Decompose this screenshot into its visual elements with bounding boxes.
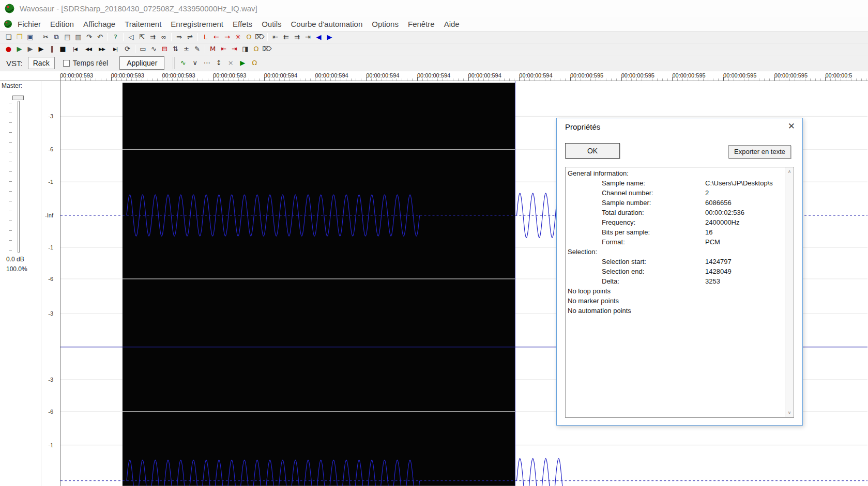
curve-vscale-icon[interactable]: ↕ xyxy=(215,58,223,68)
rewind-icon[interactable]: ◀◀ xyxy=(82,44,95,54)
curve-lock-icon[interactable]: Ω xyxy=(250,58,258,68)
new-file-icon[interactable]: ❏ xyxy=(3,32,14,42)
apply-button[interactable]: Appliquer xyxy=(119,56,164,70)
menu-item-enregistrement[interactable]: Enregistrement xyxy=(166,20,228,28)
lock-edit-icon[interactable]: Ω xyxy=(251,44,262,54)
scroll-down-icon[interactable]: ∨ xyxy=(785,409,794,417)
app-logo-icon xyxy=(4,3,15,14)
stop-icon[interactable]: ■ xyxy=(57,44,68,54)
zoom-start-icon[interactable]: ⇤ xyxy=(270,32,281,42)
menu-item-options[interactable]: Options xyxy=(367,20,403,28)
property-row: Format:PCM xyxy=(566,238,794,248)
play-icon[interactable]: ▶ xyxy=(36,44,47,54)
pause-icon[interactable]: ∥ xyxy=(47,44,57,54)
resample-icon[interactable]: ⇉ xyxy=(147,32,158,42)
go-start-icon[interactable]: |◀ xyxy=(68,44,82,54)
curve-points-icon[interactable]: ⋯ xyxy=(203,58,211,68)
realtime-checkbox[interactable] xyxy=(63,60,70,67)
master-volume-slider-track[interactable] xyxy=(18,101,20,253)
property-label: Total duration: xyxy=(602,209,644,216)
property-label: Channel number: xyxy=(602,189,653,197)
insert-silence-icon[interactable]: ▭ xyxy=(138,44,148,54)
speaker-icon[interactable]: ◁ xyxy=(126,32,136,42)
go-end-icon[interactable]: ▶| xyxy=(109,44,122,54)
copy-icon[interactable]: ⧉ xyxy=(51,32,62,42)
pencil-icon[interactable]: ✎ xyxy=(192,44,203,54)
menu-item-outils[interactable]: Outils xyxy=(257,20,286,28)
save-file-icon[interactable]: ▣ xyxy=(25,32,36,42)
trash-edit-icon[interactable]: ⌦ xyxy=(262,44,272,54)
zoom-in-icon[interactable]: ⇉ xyxy=(292,32,302,42)
properties-list[interactable]: ∧ ∨ General information:Sample name:C:\U… xyxy=(565,167,794,418)
menu-item-aide[interactable]: Aide xyxy=(439,20,464,28)
lock-markers-icon[interactable]: Ω xyxy=(243,32,254,42)
curve-delete-icon[interactable]: × xyxy=(226,58,235,68)
loop-icon[interactable]: ⟳ xyxy=(122,44,133,54)
envelope-icon[interactable]: ∿ xyxy=(148,44,159,54)
paste-icon[interactable]: ▤ xyxy=(62,32,73,42)
master-volume-slider-handle[interactable] xyxy=(12,96,24,100)
normalize-icon[interactable]: ± xyxy=(181,44,192,54)
vst-bar: VST: Rack Temps réel Appliquer ∿∨⋯↕×▶Ω xyxy=(0,55,868,71)
curve-dropdown-icon[interactable]: ∨ xyxy=(191,58,199,68)
prev-view-icon[interactable]: ◀ xyxy=(313,32,324,42)
play-cursor-icon[interactable]: ▶ xyxy=(25,44,36,54)
master-panel: Master: 0.0 dB 100.0% xyxy=(0,81,41,486)
next-view-icon[interactable]: ▶ xyxy=(324,32,335,42)
close-icon[interactable]: ✕ xyxy=(788,121,795,131)
menu-item-effets[interactable]: Effets xyxy=(228,20,257,28)
menu-item-fichier[interactable]: Fichier xyxy=(13,20,45,28)
toolbar-separator xyxy=(171,33,172,41)
title-bar: Wavosaur - [SDRSharp_20180430_072508Z_43… xyxy=(0,0,868,17)
link-channels-icon[interactable]: ∞ xyxy=(158,32,169,42)
property-row: No automation points xyxy=(566,307,794,317)
channel-select-icon[interactable]: ◨ xyxy=(240,44,251,54)
mix-paste-icon[interactable]: ⇛ xyxy=(174,32,185,42)
help-icon[interactable]: ? xyxy=(110,32,121,42)
marker-left-icon[interactable]: ← xyxy=(211,32,222,42)
curve-apply-icon[interactable]: ▶ xyxy=(238,58,247,68)
marker-m-icon[interactable]: M xyxy=(207,44,218,54)
cut-icon[interactable]: ✂ xyxy=(40,32,51,42)
export-text-button[interactable]: Exporter en texte xyxy=(728,145,791,159)
trash-markers-icon[interactable]: ⌦ xyxy=(254,32,265,42)
zoom-end-icon[interactable]: ⇥ xyxy=(302,32,313,42)
delete-all-markers-icon[interactable]: ✳ xyxy=(233,32,243,42)
open-file-icon[interactable]: ❐ xyxy=(14,32,25,42)
amplitude-label: -3 xyxy=(48,377,53,383)
paste-special-icon[interactable]: ▥ xyxy=(73,32,84,42)
menu-item-fen-tre[interactable]: Fenêtre xyxy=(403,20,439,28)
spectrum-icon[interactable]: ⇅ xyxy=(170,44,181,54)
shift-left-icon[interactable]: ⇤ xyxy=(218,44,229,54)
property-row: Delta:3253 xyxy=(566,277,794,287)
automation-curve-icon[interactable]: ∿ xyxy=(179,58,187,68)
property-value: 6086656 xyxy=(705,199,732,207)
toolbar-separator xyxy=(267,33,268,41)
shift-right-icon[interactable]: ⇥ xyxy=(229,44,240,54)
delete-silence-icon[interactable]: ⊟ xyxy=(159,44,170,54)
menu-item-courbe-d-automation[interactable]: Courbe d'automation xyxy=(286,20,367,28)
play-pause-icon[interactable]: ▶ xyxy=(14,44,25,54)
property-label: Frequency: xyxy=(602,218,635,226)
snap-icon[interactable]: ⇱ xyxy=(136,32,147,42)
amplitude-label: -6 xyxy=(48,409,53,415)
marker-right-icon[interactable]: → xyxy=(222,32,233,42)
menu-item-affichage[interactable]: Affichage xyxy=(79,20,120,28)
crossfade-icon[interactable]: ⇌ xyxy=(185,32,195,42)
toolbar-separator xyxy=(123,33,124,41)
timeline-label: 00:00:00:594 xyxy=(315,72,348,79)
timeline-ruler[interactable]: 00:00:00:59300:00:00:59300:00:00:59300:0… xyxy=(0,71,868,81)
zoom-out-icon[interactable]: ⇇ xyxy=(281,32,292,42)
property-row: Selection: xyxy=(566,248,794,258)
menu-item-traitement[interactable]: Traitement xyxy=(120,20,166,28)
ok-button[interactable]: OK xyxy=(565,143,620,159)
property-row: Selection start:1424797 xyxy=(566,258,794,268)
realtime-checkbox-label: Temps réel xyxy=(73,59,108,67)
marker-l-icon[interactable]: L xyxy=(200,32,211,42)
fast-forward-icon[interactable]: ▶▶ xyxy=(95,44,109,54)
record-icon[interactable]: ● xyxy=(3,44,14,54)
redo-icon[interactable]: ↷ xyxy=(84,32,95,42)
menu-item-edition[interactable]: Edition xyxy=(45,20,79,28)
rack-button[interactable]: Rack xyxy=(28,57,55,69)
undo-icon[interactable]: ↶ xyxy=(95,32,105,42)
